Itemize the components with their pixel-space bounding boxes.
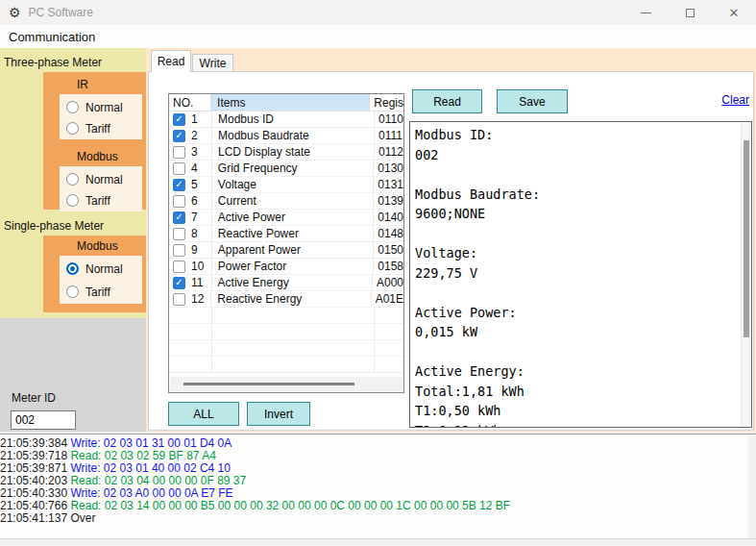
table-empty-row <box>169 357 403 373</box>
table-row: ✓5Voltage0131 <box>169 177 403 193</box>
minimize-icon <box>641 12 651 13</box>
row-number: 4 <box>191 161 198 175</box>
row-checkbox[interactable]: ✓ <box>173 277 185 289</box>
row-checkbox[interactable]: ✓ <box>173 130 185 142</box>
cell-item: Modbus ID <box>211 112 375 127</box>
modbus3p-normal-radio[interactable] <box>66 173 79 186</box>
cell-no: 10 <box>169 259 211 274</box>
log-entry: 21:05:41:137 Over <box>0 511 756 524</box>
ir-radio-group: Normal Tariff <box>60 94 142 139</box>
clear-link[interactable]: Clear <box>721 93 749 107</box>
row-checkbox[interactable]: ✓ <box>173 113 185 126</box>
tab-read[interactable]: Read <box>151 50 191 72</box>
table-row: 10Power Factor0158 <box>169 259 403 275</box>
all-button[interactable]: ALL <box>168 402 239 426</box>
output-vertical-scrollbar[interactable] <box>741 123 750 426</box>
modbus3p-tariff-label: Tariff <box>85 194 110 208</box>
header-items: Items <box>210 94 370 111</box>
cell-item: Reactive Energy <box>210 291 371 307</box>
cell-item: Power Factor <box>211 259 374 274</box>
menu-communication[interactable]: Communication <box>0 30 104 44</box>
table-row: 9Apparent Power0150 <box>169 242 403 259</box>
empty-cell <box>169 357 211 372</box>
table-header-row: NO. Items Regis <box>169 94 403 112</box>
modbus3p-tariff-radio[interactable] <box>66 194 79 207</box>
row-checkbox[interactable] <box>173 195 185 208</box>
table-row: ✓11Active EnergyA000 <box>169 275 403 291</box>
log-vertical-scrollbar[interactable] <box>748 435 756 538</box>
row-checkbox[interactable] <box>173 228 185 240</box>
row-checkbox[interactable] <box>173 261 185 273</box>
ir-tariff-option[interactable]: Tariff <box>66 120 142 136</box>
invert-button[interactable]: Invert <box>247 402 310 426</box>
table-row: ✓2Modbus Baudrate0111 <box>169 128 403 144</box>
cell-register: A01E <box>372 291 403 307</box>
row-checkbox[interactable] <box>173 146 185 159</box>
table-row: ✓7Active Power0140 <box>169 210 403 226</box>
log-message: Write: 02 03 01 31 00 01 D4 0A <box>70 436 232 450</box>
cell-register: 0150 <box>374 242 403 258</box>
table-row: 8Reactive Power0148 <box>169 226 403 242</box>
output-textbox[interactable]: Modbus ID: 002 Modbus Baudrate: 9600;NON… <box>409 121 752 428</box>
modbus1p-radio-group: Normal Tariff <box>60 256 142 304</box>
modbus3p-tariff-option[interactable]: Tariff <box>66 192 142 209</box>
ir-normal-radio[interactable] <box>66 101 79 113</box>
row-checkbox[interactable]: ✓ <box>173 179 185 191</box>
row-checkbox[interactable]: ✓ <box>173 211 185 224</box>
output-scrollbar-thumb[interactable] <box>744 140 749 337</box>
modbus1p-tariff-option[interactable]: Tariff <box>66 284 142 300</box>
empty-cell <box>169 308 211 323</box>
close-button[interactable]: ✕ <box>712 0 756 25</box>
window-controls: ✕ <box>623 0 756 25</box>
row-checkbox[interactable] <box>173 293 185 306</box>
log-message: Write: 02 03 A0 00 00 0A E7 FE <box>70 486 232 500</box>
single-phase-meter-title: Single-phase Meter <box>4 219 104 233</box>
log-message: Read: 02 03 04 00 00 00 0F 89 37 <box>70 474 246 487</box>
sidebar: Three-phase Meter IR Normal Tariff Modbu… <box>0 48 146 434</box>
meter-id-input[interactable] <box>11 410 76 430</box>
save-button[interactable]: Save <box>497 89 568 113</box>
log-horizontal-scrollbar[interactable] <box>0 538 756 546</box>
log-timestamp: 21:05:39:384 <box>0 436 70 450</box>
output-text: Modbus ID: 002 Modbus Baudrate: 9600;NON… <box>410 122 751 428</box>
tab-write[interactable]: Write <box>192 54 233 71</box>
log-timestamp: 21:05:40:330 <box>0 486 70 500</box>
cell-no: 4 <box>169 161 211 176</box>
modbus1p-tariff-radio[interactable] <box>66 285 79 298</box>
row-number: 3 <box>191 145 198 159</box>
window-title: PC Software <box>29 6 93 19</box>
row-checkbox[interactable] <box>173 162 185 175</box>
log-message: Over <box>70 511 95 525</box>
title-bar: ⚙ PC Software ✕ <box>0 0 756 25</box>
empty-cell <box>375 324 403 339</box>
main-area: Read Write NO. Items Regis ✓1Modbus ID01… <box>146 48 756 434</box>
empty-cell <box>211 324 375 339</box>
modbus3p-normal-option[interactable]: Normal <box>66 171 142 187</box>
table-scrollbar-thumb[interactable] <box>183 383 354 385</box>
cell-register: 0158 <box>374 259 403 274</box>
cell-no: 3 <box>169 144 211 160</box>
log-timestamp: 21:05:39:871 <box>0 461 70 475</box>
cell-register: 0139 <box>374 193 403 209</box>
row-number: 1 <box>191 112 198 126</box>
minimize-button[interactable] <box>623 0 668 25</box>
cell-no: 9 <box>169 242 211 258</box>
empty-cell <box>211 308 375 323</box>
cell-no: 12 <box>169 291 210 307</box>
empty-cell <box>211 357 375 372</box>
modbus3p-radio-group: Normal Tariff <box>60 166 142 211</box>
modbus1p-normal-radio[interactable] <box>66 262 79 275</box>
read-button[interactable]: Read <box>412 89 482 113</box>
modbus1p-normal-option[interactable]: Normal <box>66 261 142 277</box>
ir-tariff-radio[interactable] <box>66 122 79 135</box>
table-horizontal-scrollbar[interactable] <box>170 377 402 391</box>
three-phase-meter-title: Three-phase Meter <box>4 56 102 69</box>
empty-cell <box>169 324 211 339</box>
row-checkbox[interactable] <box>173 244 185 257</box>
single-phase-panel: Modbus Normal Tariff <box>43 236 146 312</box>
maximize-button[interactable] <box>668 0 712 25</box>
ir-normal-option[interactable]: Normal <box>66 99 142 115</box>
cell-register: 0140 <box>374 210 403 225</box>
row-number: 2 <box>191 129 198 142</box>
cell-no: 6 <box>169 193 211 209</box>
